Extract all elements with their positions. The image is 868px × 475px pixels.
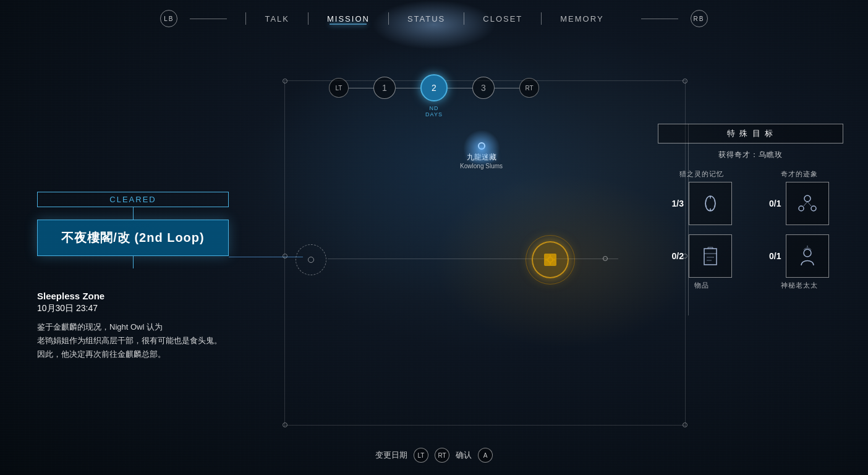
a-ctrl-btn[interactable]: A (478, 448, 493, 463)
nav-line-lb (190, 19, 227, 19)
desc-line-2: 老鸨娟姐作为组织高层干部，很有可能也是食头鬼。 (37, 334, 222, 348)
left-connector-line (229, 257, 303, 257)
special-title: 特 殊 目 标 (658, 124, 843, 143)
day-selector: LT 1 2 NDDAYS 3 RT (329, 74, 539, 101)
nav-talk[interactable]: TALK (246, 14, 308, 24)
corner-dot-tr (683, 79, 687, 83)
obj-1-label: 猎之灵的记忆 (679, 169, 724, 179)
svg-point-0 (548, 257, 553, 262)
date-time: 10月30日 23:47 (37, 303, 222, 314)
corner-dot-ml (283, 254, 287, 259)
obj-2-count: 0/1 (769, 199, 781, 208)
day-2-label: NDDAYS (425, 105, 443, 118)
lt-ctrl-label: LT (418, 452, 425, 459)
special-subtitle: 获得奇才：乌瞧玫 (658, 150, 843, 160)
location-description: 鉴于金麒麟的现况，Night Owl 认为 老鸨娟姐作为组织高层干部，很有可能也… (37, 320, 222, 361)
day-line-4 (495, 88, 519, 88)
map-hline-bottom (284, 425, 686, 426)
bottom-controls: 变更日期 LT RT 确认 A (375, 448, 493, 463)
obj-3-count: 0/2 (672, 251, 684, 261)
zone-name: Sleepless Zone (37, 291, 222, 301)
day-3-number: 3 (481, 83, 486, 93)
lb-label: LB (164, 15, 174, 22)
node-left-inner (308, 257, 314, 263)
obj-1-box (689, 182, 732, 225)
day-2-number: 2 (432, 83, 436, 93)
svg-line-12 (807, 202, 811, 206)
mid-h-line (328, 259, 538, 259)
mission-label: MISSION (327, 14, 370, 24)
mission-title: 不夜樓閣/改 (2nd Loop) (50, 229, 216, 246)
obj-3-label: 物品 (694, 281, 709, 290)
mission-panel: CLEARED 不夜樓閣/改 (2nd Loop) (37, 192, 229, 268)
svg-point-8 (804, 195, 811, 202)
mid-dot (603, 256, 608, 261)
day-1[interactable]: 1 (373, 77, 396, 99)
location-name-cn: 九龍迷藏 (467, 152, 496, 163)
nav-closet[interactable]: CLOSET (464, 14, 541, 24)
nav-memory[interactable]: MEMORY (542, 14, 622, 24)
obj-3-box (689, 234, 732, 278)
map-node-right (532, 241, 569, 278)
location-name-en: Kowlong Slums (460, 163, 503, 169)
nav-mission[interactable]: MISSION (308, 14, 388, 24)
cleared-badge: CLEARED (37, 192, 229, 207)
objectives-grid: 猎之灵的记忆 1/3 奇才的迹象 0/1 (658, 169, 843, 290)
lb-button[interactable]: LB (160, 10, 177, 27)
day-line-1 (349, 88, 373, 88)
objective-memory: 猎之灵的记忆 1/3 (658, 169, 746, 225)
desc-line-1: 鉴于金麒麟的现况，Night Owl 认为 (37, 320, 222, 334)
obj-2-box (786, 182, 829, 225)
rt-ctrl-label: RT (438, 452, 446, 459)
lt-label: LT (336, 85, 343, 92)
talk-label: TALK (265, 14, 289, 24)
obj-2-label: 奇才的迹象 (781, 169, 818, 179)
closet-label: CLOSET (483, 14, 522, 24)
rt-ctrl-btn[interactable]: RT (435, 448, 449, 463)
corner-dot-bl (283, 422, 287, 427)
obj-4-label: 神秘老太太 (781, 281, 818, 290)
nav-rb: RB (623, 10, 726, 27)
mission-connector-bottom (133, 256, 134, 268)
lt-day-btn[interactable]: LT (329, 78, 349, 98)
mission-box[interactable]: 不夜樓閣/改 (2nd Loop) (37, 220, 229, 256)
a-ctrl-label: A (483, 452, 488, 459)
desc-line-3: 因此，他决定再次前往金麒麟总部。 (37, 348, 222, 361)
nav-line-rb (641, 19, 678, 19)
rt-day-btn[interactable]: RT (519, 78, 539, 98)
status-label: STATUS (407, 14, 445, 24)
objective-item: 0/2 物品 (658, 234, 746, 290)
day-2-shield: 2 NDDAYS (420, 74, 448, 101)
location-dot (478, 142, 485, 150)
corner-dot-br (683, 422, 687, 427)
svg-point-10 (811, 206, 816, 211)
day-1-number: 1 (382, 83, 387, 93)
special-panel: 特 殊 目 标 获得奇才：乌瞧玫 猎之灵的记忆 1/3 (658, 124, 843, 290)
day-line-2 (396, 88, 420, 88)
rb-button[interactable]: RB (691, 10, 708, 27)
svg-point-17 (804, 249, 811, 257)
obj-1-count: 1/3 (672, 199, 684, 208)
rb-label: RB (694, 15, 705, 22)
nav-status[interactable]: STATUS (389, 14, 464, 24)
location-info: Sleepless Zone 10月30日 23:47 鉴于金麒麟的现况，Nig… (37, 291, 222, 361)
obj-4-box (786, 234, 829, 278)
rt-label: RT (525, 85, 533, 92)
corner-dot-tl (283, 79, 287, 83)
obj-4-count: 0/1 (769, 251, 781, 261)
svg-point-9 (799, 206, 804, 211)
change-date-label: 变更日期 (375, 450, 407, 461)
location-marker: 九龍迷藏 Kowlong Slums (460, 142, 503, 169)
nav-lb: LB (142, 10, 245, 27)
objective-sign: 奇才的迹象 0/1 (755, 169, 844, 225)
svg-line-11 (804, 202, 807, 206)
day-3[interactable]: 3 (472, 77, 495, 99)
top-navigation: LB TALK MISSION STATUS CLOSET MEMORY RB (0, 0, 868, 37)
mission-connector-top (133, 207, 134, 220)
confirm-label: 确认 (456, 450, 472, 461)
memory-label: MEMORY (560, 14, 603, 24)
objective-mystery: 0/1 神秘老太太 (755, 234, 844, 290)
lt-ctrl-btn[interactable]: LT (414, 448, 428, 463)
day-2[interactable]: 2 NDDAYS (420, 74, 448, 101)
map-node-left (296, 244, 326, 275)
